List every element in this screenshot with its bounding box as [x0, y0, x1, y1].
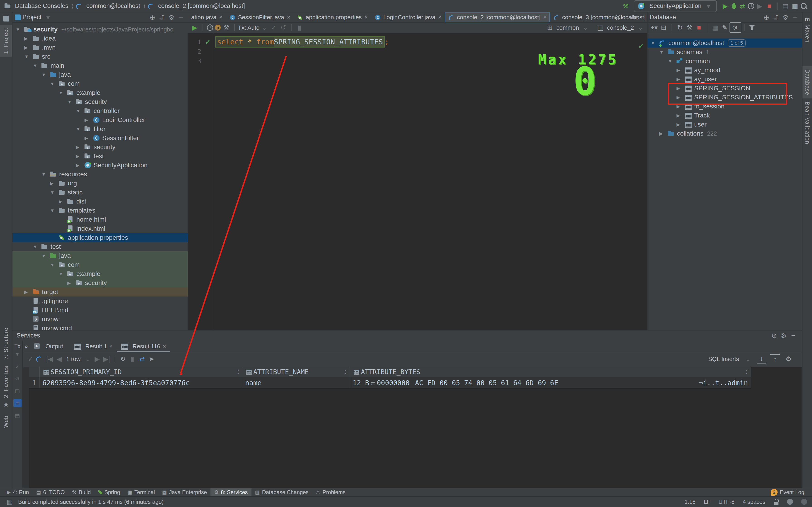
tree-toggle-icon[interactable]: ▼ — [668, 59, 676, 64]
sql-editor[interactable]: ▶ ⚒ Tx: Auto ⌄ ✓ ↺ ▮ ⊞ common ⌄ ▥ consol… — [188, 23, 647, 330]
tab-close-icon[interactable]: × — [219, 14, 222, 21]
editor-tab[interactable]: console_2 [common@localhost] × — [445, 12, 550, 22]
column-header-attribute-name[interactable]: ATTRIBUTE_NAME ▴▾ — [242, 367, 350, 377]
locate-icon[interactable]: ⊕ — [769, 331, 779, 340]
show-services-tree-icon[interactable]: ≡ — [13, 399, 21, 407]
refresh-icon[interactable]: ↻ — [675, 23, 685, 33]
last-page-icon[interactable]: ▶| — [102, 354, 111, 364]
breadcrumb-datasource[interactable]: common@localhost — [86, 2, 140, 9]
wrench-icon[interactable]: ⚒ — [221, 23, 231, 33]
compare-icon[interactable]: ⇄ — [137, 354, 147, 364]
services-tab[interactable]: Result 1 × — [69, 341, 117, 352]
tree-toggle-icon[interactable]: ▼ — [42, 72, 50, 77]
editor-tab[interactable]: application.properties × — [293, 12, 371, 22]
status-menu-icon[interactable]: ▦ — [5, 497, 14, 507]
chevron-down-icon[interactable]: ▾ — [43, 13, 53, 22]
tool-window-button[interactable]: ⚠ Problems — [312, 489, 349, 496]
project-tree-item[interactable]: mvnw — [12, 315, 188, 324]
tree-toggle-icon[interactable]: ▶ — [76, 154, 84, 159]
filter-icon[interactable] — [748, 24, 756, 32]
tree-toggle-icon[interactable]: ▶ — [676, 113, 685, 118]
tree-toggle-icon[interactable]: ▶ — [676, 95, 685, 100]
locate-file-icon[interactable]: ⊕ — [148, 13, 157, 22]
add-datasource-button[interactable]: +▾ — [649, 23, 659, 33]
locate-icon[interactable]: ⊕ — [762, 13, 771, 22]
cell-session-primary-id[interactable]: 62093596-8e99-4799-8ed6-3f5ea070776c — [40, 377, 242, 388]
result-grid[interactable]: SESSION_PRIMARY_ID ▴▾ ATTRIBUTE_NAME ▴▾ … — [23, 367, 802, 488]
stripe-web-button[interactable]: Web — [0, 412, 12, 431]
column-header-attribute-bytes[interactable]: ATTRIBUTE_BYTES ▴▾ — [350, 367, 751, 377]
pin-icon[interactable]: ➤ — [147, 354, 156, 364]
jump-to-console-icon[interactable]: QL — [729, 22, 741, 33]
commit-icon[interactable]: ✓ — [13, 362, 21, 371]
debug-button[interactable] — [730, 2, 738, 10]
tx-label[interactable]: Tx — [14, 343, 20, 349]
line-separator[interactable]: LF — [704, 499, 710, 505]
tool-window-button[interactable]: ⚙ 8: Services — [210, 489, 251, 496]
rollback-icon[interactable]: ↺ — [278, 23, 288, 33]
project-tree-item[interactable]: ▼ security ~/softwares/projects/JavaProj… — [12, 25, 188, 34]
duplicate-icon[interactable]: ⊟ — [659, 23, 668, 33]
tree-toggle-icon[interactable]: ▼ — [50, 208, 58, 213]
project-tree-item[interactable]: ▶ security — [12, 278, 188, 287]
table-view-icon[interactable]: ▦ — [711, 23, 720, 33]
tab-close-icon[interactable]: × — [543, 14, 547, 21]
project-tree-item[interactable]: HELP.md — [12, 305, 188, 315]
tree-toggle-icon[interactable]: ▼ — [59, 90, 67, 96]
history-icon[interactable] — [206, 24, 214, 32]
rollback-icon[interactable]: ↺ — [13, 375, 21, 383]
project-tree-item[interactable]: ▶ security — [12, 143, 188, 152]
project-tree-item[interactable]: ▼ example — [12, 88, 188, 97]
tree-toggle-icon[interactable]: ▶ — [676, 76, 685, 82]
services-tab[interactable]: Output — [30, 341, 69, 352]
database-tree-item[interactable]: ▼ common@localhost 1 of 5 — [648, 39, 802, 48]
export-download-icon[interactable]: ↓ — [757, 354, 766, 364]
tree-toggle-icon[interactable]: ▶ — [85, 117, 93, 123]
tree-toggle-icon[interactable]: ▼ — [16, 27, 24, 32]
tree-toggle-icon[interactable]: ▼ — [42, 253, 50, 259]
run-button[interactable]: ▶ — [720, 1, 730, 11]
tab-list-dropdown[interactable]: ▾≡ 5 — [627, 12, 641, 23]
tree-toggle-icon[interactable]: ▼ — [76, 108, 84, 114]
tab-close-icon[interactable]: × — [162, 343, 166, 350]
tree-toggle-icon[interactable]: ▶ — [59, 199, 67, 204]
sort-icon[interactable]: ▴▾ — [746, 369, 748, 375]
event-log-button[interactable]: 2 Event Log — [771, 489, 809, 496]
project-tree-item[interactable]: ▼ com — [12, 79, 188, 88]
project-tree-item[interactable]: ▶ target — [12, 287, 188, 296]
parameters-icon[interactable] — [214, 24, 221, 32]
reload-icon[interactable]: ↻ — [118, 354, 128, 364]
stop-icon[interactable]: ■ — [694, 23, 704, 33]
tree-toggle-icon[interactable]: ▶ — [659, 131, 667, 136]
tree-toggle-icon[interactable]: ▶ — [76, 145, 84, 150]
database-tree-item[interactable]: ▶ tb_session — [648, 102, 802, 111]
tree-toggle-icon[interactable]: ▼ — [24, 54, 33, 59]
collapse-all-icon[interactable]: ⇵ — [771, 13, 781, 22]
preview-icon[interactable]: ▢ — [13, 387, 21, 395]
hide-panel-icon[interactable]: − — [790, 13, 800, 22]
stripe-bean-validation-button[interactable]: Bean Validation — [803, 99, 812, 147]
tool-window-button[interactable]: ▣ Terminal — [124, 489, 159, 496]
tree-toggle-icon[interactable]: ▼ — [33, 63, 41, 68]
tree-toggle-icon[interactable]: ▼ — [659, 50, 667, 55]
lock-icon[interactable] — [773, 499, 779, 505]
project-tree-item[interactable]: ▶ .mvn — [12, 43, 188, 52]
tool-window-button[interactable]: ▥ Database Changes — [251, 489, 312, 496]
database-tree-item[interactable]: ▶ collations 222 — [648, 129, 802, 138]
project-panel-title[interactable]: Project — [22, 14, 42, 21]
tree-toggle-icon[interactable]: ▶ — [24, 45, 33, 50]
sort-icon[interactable]: ▴▾ — [345, 369, 347, 375]
project-tree-item[interactable]: ▼ com — [12, 260, 188, 269]
project-tree-item[interactable]: ▼ src — [12, 52, 188, 61]
stripe-database-button[interactable]: Database — [803, 66, 812, 99]
sort-icon[interactable]: ▴▾ — [237, 369, 239, 375]
project-tree-item[interactable]: ▶ LoginController — [12, 115, 188, 124]
services-tab[interactable]: Result 116 × — [117, 341, 170, 352]
execute-button[interactable]: ▶ — [190, 23, 199, 33]
tree-toggle-icon[interactable]: ▼ — [33, 244, 41, 249]
stripe-maven-button[interactable]: m Maven — [803, 12, 812, 46]
database-tree-item[interactable]: ▶ ay_mood — [648, 66, 802, 75]
project-tree-item[interactable]: application.properties — [12, 233, 188, 242]
editor-tab[interactable]: LoginController.java × — [371, 12, 445, 22]
stripe-screen-icon[interactable] — [0, 12, 12, 25]
